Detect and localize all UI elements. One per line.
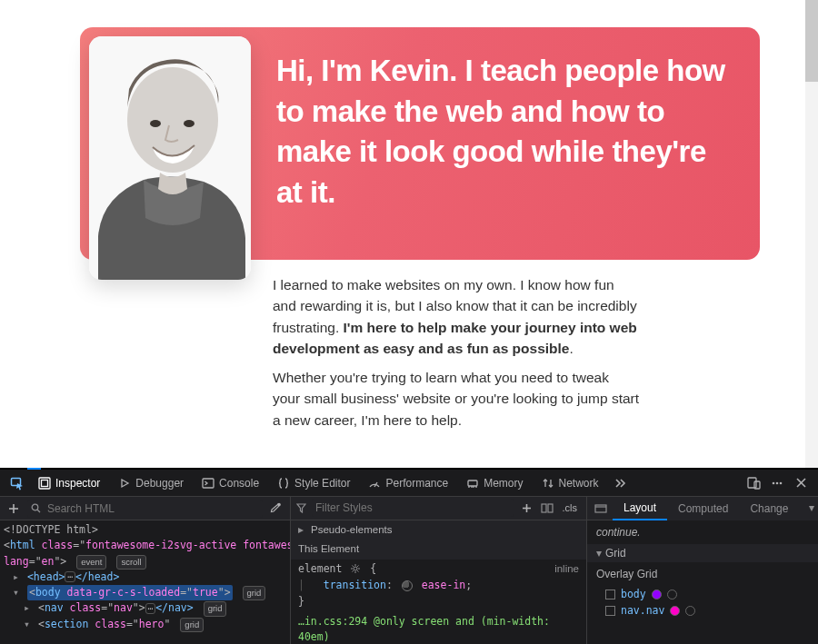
- filter-styles-field[interactable]: [312, 499, 514, 517]
- html-panel: <!DOCTYPE html> <html class="fontawesome…: [0, 497, 291, 644]
- eyedropper-button[interactable]: [268, 502, 284, 515]
- color-swatch[interactable]: [652, 590, 662, 599]
- expand-toggle[interactable]: [13, 570, 21, 585]
- overlay-grid-label: Overlay Grid: [596, 562, 809, 580]
- devtools-panel: Inspector Debugger Console Style Editor …: [0, 468, 818, 644]
- timing-function-icon: [402, 580, 413, 591]
- svg-point-3: [184, 120, 195, 127]
- layout-continue-text: continue.: [596, 526, 809, 539]
- tab-inspector[interactable]: Inspector: [29, 470, 109, 497]
- devtools-menu-button[interactable]: [765, 470, 789, 497]
- tab-debugger[interactable]: Debugger: [109, 470, 193, 497]
- pseudo-label: Pseudo-elements: [311, 522, 393, 539]
- svg-rect-6: [42, 480, 48, 486]
- badge-scroll[interactable]: scroll: [116, 555, 145, 570]
- search-html-field[interactable]: [27, 500, 263, 518]
- rules-toolbar: .cls: [291, 497, 586, 520]
- rules-list[interactable]: ▸ Pseudo-elements This Element inline el…: [291, 520, 586, 644]
- rule-inline[interactable]: inline element { | transition: ease-in; …: [291, 560, 586, 611]
- expand-toggle[interactable]: [24, 617, 32, 632]
- expand-toggle[interactable]: [24, 600, 32, 616]
- tree-html-lang[interactable]: lang="en"> event scroll: [4, 554, 286, 570]
- dom-tree[interactable]: <!DOCTYPE html> <html class="fontawesome…: [0, 520, 290, 634]
- tab-console[interactable]: Console: [193, 470, 268, 497]
- svg-rect-15: [748, 478, 756, 488]
- add-node-button[interactable]: [5, 500, 22, 517]
- debugger-icon: [118, 477, 131, 490]
- add-rule-button[interactable]: [519, 500, 535, 516]
- tab-layout[interactable]: Layout: [613, 497, 667, 520]
- rule-source: inline: [554, 561, 579, 578]
- badge-grid[interactable]: grid: [204, 601, 227, 616]
- cls-toggle[interactable]: .cls: [559, 502, 582, 513]
- devtools-close-button[interactable]: [789, 470, 813, 497]
- toggle-pseudo-button[interactable]: [541, 503, 554, 513]
- gear-icon[interactable]: [351, 564, 361, 574]
- diagram-icon[interactable]: [594, 502, 607, 515]
- badge-grid[interactable]: grid: [180, 618, 204, 632]
- svg-point-19: [780, 481, 783, 484]
- overlay-item-label: body: [621, 588, 646, 600]
- overlay-grid-list: body nav.nav: [596, 580, 809, 619]
- tree-nav[interactable]: <nav class="nav">⋯</nav> grid: [4, 600, 286, 616]
- search-html-input[interactable]: [47, 502, 259, 515]
- tree-html-open[interactable]: <html class="fontawesome-i2svg-active fo…: [4, 538, 286, 553]
- devtools-tabstrip: Inspector Debugger Console Style Editor …: [0, 470, 818, 497]
- overlay-item-nav[interactable]: nav.nav: [596, 602, 809, 619]
- ellipsis-icon[interactable]: ⋯: [145, 603, 155, 614]
- grid-section-header[interactable]: ▾ Grid: [587, 544, 818, 562]
- intro-paragraph-2: Whether you're trying to learn what you …: [273, 367, 640, 431]
- page-scrollbar[interactable]: [805, 0, 818, 468]
- webpage-viewport: Hi, I'm Kevin. I teach people how to mak…: [0, 0, 818, 468]
- avatar-image: [89, 36, 251, 280]
- console-icon: [202, 477, 214, 490]
- tab-memory-label: Memory: [484, 477, 523, 490]
- ellipsis-icon[interactable]: ⋯: [65, 571, 75, 582]
- devtools-body: <!DOCTYPE html> <html class="fontawesome…: [0, 497, 818, 644]
- hero-title: Hi, I'm Kevin. I teach people how to mak…: [276, 51, 729, 213]
- grid-label: Grid: [605, 547, 626, 560]
- rule-media-query[interactable]: …in.css:294 @only screen and (min-width:…: [291, 612, 586, 644]
- tab-network[interactable]: Network: [533, 470, 608, 497]
- tree-doctype[interactable]: <!DOCTYPE html>: [4, 522, 286, 538]
- tab-computed[interactable]: Computed: [667, 497, 739, 520]
- inspector-icon: [38, 477, 51, 490]
- element-picker-button[interactable]: [5, 470, 29, 497]
- tree-section[interactable]: <section class="hero" grid: [4, 617, 286, 632]
- badge-grid[interactable]: grid: [243, 586, 266, 600]
- overlay-item-body[interactable]: body: [596, 586, 809, 602]
- network-icon: [542, 477, 554, 490]
- tab-performance[interactable]: Performance: [359, 470, 457, 497]
- expand-toggle[interactable]: ▸: [298, 522, 307, 539]
- tab-changes[interactable]: Change: [739, 497, 799, 520]
- tree-head[interactable]: <head>⋯</head>: [4, 570, 286, 585]
- svg-rect-32: [595, 505, 606, 512]
- filter-icon: [296, 503, 306, 513]
- pseudo-section[interactable]: ▸ Pseudo-elements: [291, 520, 586, 540]
- target-icon[interactable]: [685, 606, 695, 616]
- svg-point-18: [776, 481, 779, 484]
- expand-toggle[interactable]: [13, 585, 21, 600]
- timing-function-button[interactable]: [399, 579, 415, 591]
- target-icon[interactable]: [667, 590, 677, 599]
- scrollbar-thumb[interactable]: [805, 0, 818, 82]
- tabs-overflow-button[interactable]: [608, 470, 632, 497]
- badge-event[interactable]: event: [76, 555, 106, 570]
- checkbox[interactable]: [605, 606, 615, 616]
- svg-line-25: [37, 510, 40, 512]
- responsive-mode-button[interactable]: [742, 470, 765, 497]
- svg-point-17: [773, 481, 775, 484]
- html-toolbar: [0, 497, 290, 520]
- tab-memory[interactable]: Memory: [457, 470, 532, 497]
- tab-debugger-label: Debugger: [135, 477, 184, 490]
- svg-rect-10: [468, 481, 477, 486]
- overlay-item-label: nav.nav: [621, 604, 664, 617]
- tree-body[interactable]: <body data-gr-c-s-loaded="true"> grid: [4, 585, 286, 600]
- close-icon: [795, 477, 807, 489]
- filter-styles-input[interactable]: [315, 501, 510, 514]
- color-swatch[interactable]: [670, 606, 680, 616]
- checkbox[interactable]: [605, 590, 615, 599]
- chevron-down-icon[interactable]: ▾: [809, 501, 814, 514]
- tab-style-editor[interactable]: Style Editor: [268, 470, 359, 497]
- performance-icon: [368, 477, 381, 490]
